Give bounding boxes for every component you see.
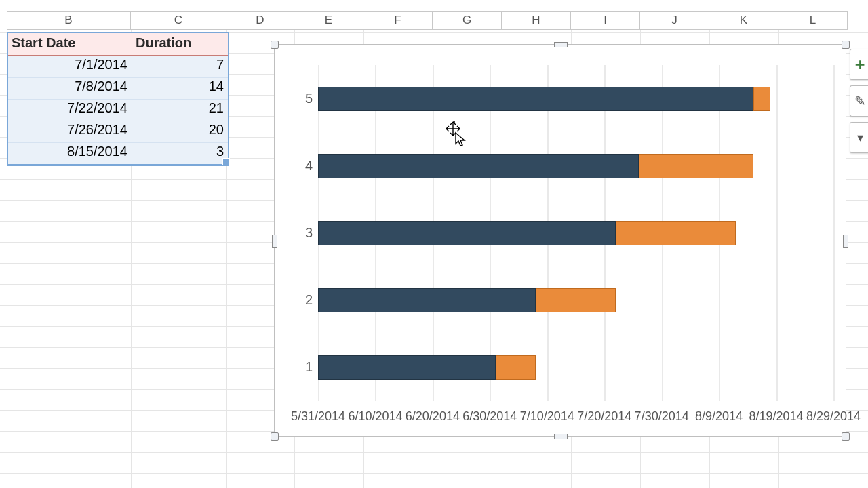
bar-segment-start[interactable] xyxy=(318,288,536,312)
bar-segment-duration[interactable] xyxy=(753,87,770,111)
column-header-F[interactable]: F xyxy=(363,11,433,30)
column-header-H[interactable]: H xyxy=(502,11,571,30)
cell-duration[interactable]: 20 xyxy=(132,121,228,142)
chart-object[interactable]: 5/31/20146/10/20146/20/20146/30/20147/10… xyxy=(274,44,846,437)
bar-row[interactable] xyxy=(318,221,833,245)
bar-segment-duration[interactable] xyxy=(496,355,536,380)
x-tick-label: 5/31/2014 xyxy=(291,409,345,424)
table-row[interactable]: 7/8/201414 xyxy=(8,77,228,99)
x-tick-label: 8/29/2014 xyxy=(806,409,861,424)
bar-row[interactable] xyxy=(318,355,833,380)
resize-handle-r[interactable] xyxy=(843,235,848,248)
x-tick-label: 7/10/2014 xyxy=(520,409,574,424)
x-tick-label: 8/9/2014 xyxy=(695,409,743,424)
column-header-L[interactable]: L xyxy=(778,11,848,30)
x-tick-label: 8/19/2014 xyxy=(749,409,804,424)
header-duration: Duration xyxy=(132,33,228,55)
selection-fill-handle[interactable] xyxy=(222,158,230,165)
bar-segment-duration[interactable] xyxy=(616,221,736,245)
header-start-date: Start Date xyxy=(8,33,132,55)
cell-start-date[interactable]: 7/22/2014 xyxy=(8,100,132,121)
column-header-G[interactable]: G xyxy=(433,11,502,30)
cell-start-date[interactable]: 7/8/2014 xyxy=(8,78,132,99)
table-row[interactable]: 7/22/201421 xyxy=(8,99,228,121)
table-row[interactable]: 7/26/201420 xyxy=(8,121,228,142)
worksheet[interactable]: BCDEFGHIJKL Start Date Duration 7/1/2014… xyxy=(0,0,868,488)
cell-start-date[interactable]: 7/26/2014 xyxy=(8,121,132,142)
column-header-J[interactable]: J xyxy=(640,11,709,30)
cell-start-date[interactable]: 8/15/2014 xyxy=(8,143,132,164)
bar-segment-start[interactable] xyxy=(318,87,753,111)
bar-segment-duration[interactable] xyxy=(639,154,753,178)
column-header-I[interactable]: I xyxy=(571,11,640,30)
plus-icon: + xyxy=(854,54,865,75)
resize-handle-bl[interactable] xyxy=(271,432,279,441)
brush-icon: ✎ xyxy=(854,93,866,109)
cell-start-date[interactable]: 7/1/2014 xyxy=(8,56,132,77)
resize-handle-t[interactable] xyxy=(554,42,568,47)
bar-row[interactable] xyxy=(318,288,833,312)
x-tick-label: 6/10/2014 xyxy=(348,409,402,424)
resize-handle-br[interactable] xyxy=(842,432,850,441)
x-tick-label: 7/30/2014 xyxy=(635,409,689,424)
y-tick-label: 1 xyxy=(299,359,313,375)
resize-handle-tl[interactable] xyxy=(271,41,279,49)
bar-segment-duration[interactable] xyxy=(536,288,616,312)
plot-area[interactable] xyxy=(318,65,833,401)
y-tick-label: 4 xyxy=(299,158,313,174)
table-row[interactable]: 7/1/20147 xyxy=(8,56,228,77)
y-tick-label: 5 xyxy=(299,91,313,106)
bar-segment-start[interactable] xyxy=(318,221,616,245)
table-header-row: Start Date Duration xyxy=(8,33,228,56)
column-header-D[interactable]: D xyxy=(226,11,294,30)
bar-segment-start[interactable] xyxy=(318,154,639,178)
cell-duration[interactable]: 3 xyxy=(132,143,228,164)
column-header-C[interactable]: C xyxy=(131,11,226,30)
y-tick-label: 2 xyxy=(299,292,313,308)
column-header-K[interactable]: K xyxy=(709,11,778,30)
x-tick-label: 6/20/2014 xyxy=(406,409,460,424)
resize-handle-l[interactable] xyxy=(272,235,277,248)
bar-row[interactable] xyxy=(318,87,833,111)
bar-segment-start[interactable] xyxy=(318,355,496,380)
chart-elements-button[interactable]: + xyxy=(850,49,868,80)
resize-handle-tr[interactable] xyxy=(842,41,850,49)
column-header-E[interactable]: E xyxy=(294,11,363,30)
filter-icon: ▾ xyxy=(857,130,863,145)
cell-duration[interactable]: 21 xyxy=(132,100,228,121)
chart-styles-button[interactable]: ✎ xyxy=(850,85,868,117)
y-tick-label: 3 xyxy=(299,225,313,241)
column-header-B[interactable]: B xyxy=(7,11,131,30)
x-tick-label: 7/20/2014 xyxy=(577,409,631,424)
column-header-row: BCDEFGHIJKL xyxy=(0,11,868,30)
x-axis: 5/31/20146/10/20146/20/20146/30/20147/10… xyxy=(292,409,839,430)
bar-row[interactable] xyxy=(318,154,833,178)
selected-range[interactable]: Start Date Duration 7/1/201477/8/2014147… xyxy=(7,32,229,166)
cell-duration[interactable]: 7 xyxy=(132,56,228,77)
cell-duration[interactable]: 14 xyxy=(132,78,228,99)
chart-filter-button[interactable]: ▾ xyxy=(850,122,868,153)
table-row[interactable]: 8/15/20143 xyxy=(8,142,228,164)
resize-handle-b[interactable] xyxy=(554,434,568,439)
x-tick-label: 6/30/2014 xyxy=(462,409,517,424)
